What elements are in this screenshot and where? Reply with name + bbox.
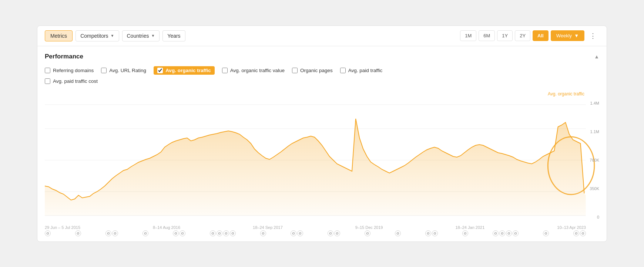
g-icon: G [217,230,222,236]
checkbox-avg-paid-traffic-cost-input[interactable] [45,78,50,84]
checkbox-avg-paid-traffic[interactable]: Avg. paid traffic [340,68,383,73]
countries-button[interactable]: Countries ▼ [122,30,160,41]
y-label-5: 0 [586,215,599,219]
x-label-6: 10–13 Apr 2023 [557,225,586,230]
checkbox-avg-paid-traffic-input[interactable] [340,68,346,73]
g-icon: G [45,230,51,236]
countries-label: Countries [127,33,149,39]
g-icon: G [297,230,303,236]
time-1y-button[interactable]: 1Y [497,30,513,41]
g-icon: G [395,230,401,236]
checkbox-referring-domains-input[interactable] [45,68,50,73]
g-icon: G [180,230,185,236]
g-icons-row: G G G G G G G G G G G G G G G [45,230,599,238]
performance-section: Performance ▲ Referring domains Avg. URL… [37,46,607,84]
g-icon: G [210,230,216,236]
g-icon: G [105,230,111,236]
checkbox-referring-domains-label: Referring domains [53,68,94,73]
chart-svg [45,97,599,223]
g-icon: G [543,230,549,236]
checkbox-organic-pages-input[interactable] [292,68,298,73]
checkbox-avg-url-rating[interactable]: Avg. URL Rating [101,68,146,73]
x-label-4: 9–15 Dec 2019 [355,225,383,230]
checkbox-avg-organic-traffic[interactable]: Avg. organic traffic [154,66,215,75]
g-icon: G [334,230,340,236]
x-label-5: 18–24 Jan 2021 [455,225,484,230]
g-icon: G [573,230,579,236]
performance-title: Performance [45,53,83,60]
checkbox-avg-organic-traffic-input[interactable] [157,68,163,73]
metrics-button[interactable]: Metrics [45,30,73,41]
toolbar-left: Metrics Competitors ▼ Countries ▼ Years [45,30,185,41]
g-icon: G [462,230,468,236]
g-icon: G [223,230,229,236]
g-icon: G [513,230,519,236]
competitors-label: Competitors [80,33,108,39]
g-icon: G [499,230,505,236]
chart-area: Avg. organic traffic 1.4M 1.1M 760K 350K… [37,88,607,241]
competitors-arrow-icon: ▼ [111,34,114,38]
time-6m-button[interactable]: 6M [479,30,495,41]
more-options-button[interactable]: ⋮ [587,30,599,41]
main-container: Metrics Competitors ▼ Countries ▼ Years … [37,26,607,242]
collapse-icon[interactable]: ▲ [594,54,599,60]
time-all-button[interactable]: All [533,30,549,41]
g-icon: G [291,230,296,236]
competitors-button[interactable]: Competitors ▼ [76,30,119,41]
weekly-arrow-icon: ▼ [574,33,579,38]
weekly-label: Weekly [556,33,572,38]
y-label-2: 1.1M [586,129,599,134]
x-label-2: 8–14 Aug 2016 [153,225,180,230]
checkbox-avg-paid-traffic-cost-label: Avg. paid traffic cost [53,78,98,84]
time-2y-button[interactable]: 2Y [515,30,530,41]
g-icon: G [260,230,266,236]
time-1m-button[interactable]: 1M [460,30,476,41]
checkbox-avg-url-rating-input[interactable] [101,68,107,73]
g-icon: G [425,230,431,236]
g-icon: G [75,230,81,236]
g-icon: G [506,230,512,236]
years-label: Years [167,33,180,39]
toolbar-right: 1M 6M 1Y 2Y All Weekly ▼ ⋮ [460,30,599,41]
x-label-3: 18–24 Sep 2017 [253,225,283,230]
checkboxes-row: Referring domains Avg. URL Rating Avg. o… [45,66,599,75]
years-button[interactable]: Years [162,30,185,41]
checkbox-organic-pages-label: Organic pages [300,68,333,73]
y-label-1: 1.4M [586,101,599,105]
y-label-3: 760K [586,158,599,162]
chart-wrapper: 1.4M 1.1M 760K 350K 0 [45,97,599,223]
checkbox-referring-domains[interactable]: Referring domains [45,68,94,73]
checkbox-avg-organic-traffic-value-label: Avg. organic traffic value [230,68,285,73]
g-icon: G [173,230,179,236]
g-icon: G [580,230,586,236]
checkbox-avg-organic-traffic-label: Avg. organic traffic [165,68,211,73]
weekly-button[interactable]: Weekly ▼ [551,30,584,41]
g-icon: G [142,230,148,236]
y-label-4: 350K [586,186,599,191]
checkbox-avg-organic-traffic-value[interactable]: Avg. organic traffic value [222,68,285,73]
checkbox-avg-url-rating-label: Avg. URL Rating [109,68,146,73]
g-icon: G [230,230,236,236]
y-axis-labels: 1.4M 1.1M 760K 350K 0 [586,97,599,223]
checkboxes-row2: Avg. paid traffic cost [45,78,599,84]
g-icon: G [365,230,370,236]
g-icon: G [432,230,438,236]
chart-series-label: Avg. organic traffic [45,91,599,97]
g-icon: G [112,230,118,236]
performance-header: Performance ▲ [45,53,599,60]
g-icon: G [493,230,499,236]
countries-arrow-icon: ▼ [151,34,155,38]
x-axis-labels: 29 Jun – 5 Jul 2015 8–14 Aug 2016 18–24 … [45,223,599,230]
toolbar: Metrics Competitors ▼ Countries ▼ Years … [37,26,607,46]
checkbox-avg-organic-traffic-value-input[interactable] [222,68,228,73]
g-icon: G [328,230,333,236]
checkbox-avg-paid-traffic-cost[interactable]: Avg. paid traffic cost [45,78,98,84]
x-label-1: 29 Jun – 5 Jul 2015 [45,225,80,230]
checkbox-avg-paid-traffic-label: Avg. paid traffic [348,68,383,73]
checkbox-organic-pages[interactable]: Organic pages [292,68,333,73]
